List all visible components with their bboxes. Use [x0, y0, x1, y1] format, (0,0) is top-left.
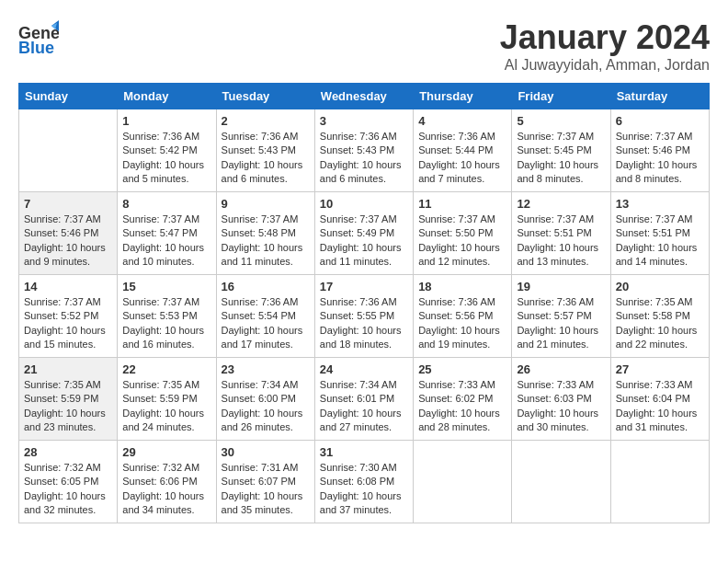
day-info: Sunrise: 7:37 AM Sunset: 5:45 PM Dayligh… — [517, 130, 605, 187]
calendar-cell — [19, 109, 118, 192]
day-number: 5 — [517, 114, 605, 128]
day-number: 7 — [24, 197, 112, 211]
calendar-cell: 14Sunrise: 7:37 AM Sunset: 5:52 PM Dayli… — [19, 275, 118, 358]
calendar-cell: 16Sunrise: 7:36 AM Sunset: 5:54 PM Dayli… — [216, 275, 314, 358]
day-info: Sunrise: 7:34 AM Sunset: 6:00 PM Dayligh… — [222, 378, 310, 435]
calendar-cell: 19Sunrise: 7:36 AM Sunset: 5:57 PM Dayli… — [512, 275, 610, 358]
calendar-cell — [414, 441, 512, 523]
day-info: Sunrise: 7:34 AM Sunset: 6:01 PM Dayligh… — [320, 378, 408, 435]
day-info: Sunrise: 7:36 AM Sunset: 5:43 PM Dayligh… — [222, 130, 310, 187]
day-number: 11 — [418, 197, 506, 211]
day-number: 2 — [222, 114, 310, 128]
calendar-cell: 28Sunrise: 7:32 AM Sunset: 6:05 PM Dayli… — [19, 441, 118, 523]
day-info: Sunrise: 7:37 AM Sunset: 5:51 PM Dayligh… — [616, 213, 704, 270]
day-info: Sunrise: 7:30 AM Sunset: 6:08 PM Dayligh… — [320, 461, 408, 518]
day-info: Sunrise: 7:37 AM Sunset: 5:52 PM Dayligh… — [24, 295, 112, 352]
day-number: 22 — [122, 362, 210, 376]
day-number: 23 — [222, 362, 310, 376]
week-row-5: 28Sunrise: 7:32 AM Sunset: 6:05 PM Dayli… — [19, 441, 710, 523]
calendar-cell: 7Sunrise: 7:37 AM Sunset: 5:46 PM Daylig… — [19, 192, 118, 275]
calendar-cell: 24Sunrise: 7:34 AM Sunset: 6:01 PM Dayli… — [314, 358, 413, 441]
day-info: Sunrise: 7:36 AM Sunset: 5:42 PM Dayligh… — [122, 130, 210, 187]
day-header-sunday: Sunday — [19, 84, 118, 109]
calendar-cell — [512, 441, 610, 523]
week-row-3: 14Sunrise: 7:37 AM Sunset: 5:52 PM Dayli… — [19, 275, 710, 358]
calendar-cell: 6Sunrise: 7:37 AM Sunset: 5:46 PM Daylig… — [610, 109, 709, 192]
day-info: Sunrise: 7:37 AM Sunset: 5:46 PM Dayligh… — [616, 130, 704, 187]
day-number: 25 — [418, 362, 506, 376]
day-number: 3 — [320, 114, 408, 128]
day-info: Sunrise: 7:31 AM Sunset: 6:07 PM Dayligh… — [222, 461, 310, 518]
calendar-header-row: SundayMondayTuesdayWednesdayThursdayFrid… — [19, 84, 710, 109]
day-info: Sunrise: 7:36 AM Sunset: 5:44 PM Dayligh… — [418, 130, 506, 187]
day-number: 29 — [122, 445, 210, 459]
calendar-cell: 4Sunrise: 7:36 AM Sunset: 5:44 PM Daylig… — [414, 109, 512, 192]
location: Al Juwayyidah, Amman, Jordan — [500, 57, 710, 74]
day-info: Sunrise: 7:33 AM Sunset: 6:02 PM Dayligh… — [418, 378, 506, 435]
day-info: Sunrise: 7:32 AM Sunset: 6:05 PM Dayligh… — [24, 461, 112, 518]
calendar-cell: 11Sunrise: 7:37 AM Sunset: 5:50 PM Dayli… — [414, 192, 512, 275]
day-info: Sunrise: 7:37 AM Sunset: 5:51 PM Dayligh… — [517, 213, 605, 270]
day-info: Sunrise: 7:37 AM Sunset: 5:53 PM Dayligh… — [122, 295, 210, 352]
calendar-cell: 10Sunrise: 7:37 AM Sunset: 5:49 PM Dayli… — [314, 192, 413, 275]
day-info: Sunrise: 7:35 AM Sunset: 5:59 PM Dayligh… — [122, 378, 210, 435]
calendar-cell: 21Sunrise: 7:35 AM Sunset: 5:59 PM Dayli… — [19, 358, 118, 441]
calendar-cell: 9Sunrise: 7:37 AM Sunset: 5:48 PM Daylig… — [216, 192, 314, 275]
day-info: Sunrise: 7:36 AM Sunset: 5:57 PM Dayligh… — [517, 295, 605, 352]
calendar-cell: 27Sunrise: 7:33 AM Sunset: 6:04 PM Dayli… — [610, 358, 709, 441]
page-header: General Blue January 2024 Al Juwayyidah,… — [18, 18, 710, 74]
day-number: 13 — [616, 197, 704, 211]
calendar-cell: 17Sunrise: 7:36 AM Sunset: 5:55 PM Dayli… — [314, 275, 413, 358]
day-info: Sunrise: 7:36 AM Sunset: 5:43 PM Dayligh… — [320, 130, 408, 187]
day-info: Sunrise: 7:37 AM Sunset: 5:50 PM Dayligh… — [418, 213, 506, 270]
calendar-cell: 13Sunrise: 7:37 AM Sunset: 5:51 PM Dayli… — [610, 192, 709, 275]
day-number: 17 — [320, 280, 408, 293]
calendar-cell: 25Sunrise: 7:33 AM Sunset: 6:02 PM Dayli… — [414, 358, 512, 441]
day-header-tuesday: Tuesday — [216, 84, 314, 109]
day-info: Sunrise: 7:33 AM Sunset: 6:03 PM Dayligh… — [517, 378, 605, 435]
calendar-table: SundayMondayTuesdayWednesdayThursdayFrid… — [18, 83, 710, 523]
day-number: 15 — [122, 280, 210, 293]
day-number: 27 — [616, 362, 704, 376]
day-header-friday: Friday — [512, 84, 610, 109]
day-info: Sunrise: 7:35 AM Sunset: 5:58 PM Dayligh… — [616, 295, 704, 352]
calendar-cell: 18Sunrise: 7:36 AM Sunset: 5:56 PM Dayli… — [414, 275, 512, 358]
day-number: 6 — [616, 114, 704, 128]
day-number: 31 — [320, 445, 408, 459]
day-info: Sunrise: 7:33 AM Sunset: 6:04 PM Dayligh… — [616, 378, 704, 435]
day-info: Sunrise: 7:36 AM Sunset: 5:56 PM Dayligh… — [418, 295, 506, 352]
day-info: Sunrise: 7:37 AM Sunset: 5:49 PM Dayligh… — [320, 213, 408, 270]
calendar-cell: 22Sunrise: 7:35 AM Sunset: 5:59 PM Dayli… — [118, 358, 216, 441]
day-info: Sunrise: 7:35 AM Sunset: 5:59 PM Dayligh… — [24, 378, 112, 435]
calendar-cell: 5Sunrise: 7:37 AM Sunset: 5:45 PM Daylig… — [512, 109, 610, 192]
calendar-cell: 30Sunrise: 7:31 AM Sunset: 6:07 PM Dayli… — [216, 441, 314, 523]
day-number: 10 — [320, 197, 408, 211]
day-number: 24 — [320, 362, 408, 376]
week-row-4: 21Sunrise: 7:35 AM Sunset: 5:59 PM Dayli… — [19, 358, 710, 441]
day-number: 28 — [24, 445, 112, 459]
day-header-wednesday: Wednesday — [314, 84, 413, 109]
calendar-cell: 8Sunrise: 7:37 AM Sunset: 5:47 PM Daylig… — [118, 192, 216, 275]
calendar-cell: 26Sunrise: 7:33 AM Sunset: 6:03 PM Dayli… — [512, 358, 610, 441]
calendar-body: 1Sunrise: 7:36 AM Sunset: 5:42 PM Daylig… — [19, 109, 710, 523]
calendar-cell: 12Sunrise: 7:37 AM Sunset: 5:51 PM Dayli… — [512, 192, 610, 275]
day-number: 8 — [122, 197, 210, 211]
svg-text:Blue: Blue — [18, 39, 54, 57]
day-info: Sunrise: 7:37 AM Sunset: 5:46 PM Dayligh… — [24, 213, 112, 270]
day-info: Sunrise: 7:37 AM Sunset: 5:48 PM Dayligh… — [222, 213, 310, 270]
calendar-cell: 23Sunrise: 7:34 AM Sunset: 6:00 PM Dayli… — [216, 358, 314, 441]
logo: General Blue — [18, 18, 64, 63]
day-header-thursday: Thursday — [414, 84, 512, 109]
day-number: 26 — [517, 362, 605, 376]
day-number: 18 — [418, 280, 506, 293]
day-number: 1 — [122, 114, 210, 128]
day-info: Sunrise: 7:32 AM Sunset: 6:06 PM Dayligh… — [122, 461, 210, 518]
calendar-cell: 15Sunrise: 7:37 AM Sunset: 5:53 PM Dayli… — [118, 275, 216, 358]
day-header-monday: Monday — [118, 84, 216, 109]
logo-icon: General Blue — [18, 18, 59, 59]
day-number: 9 — [222, 197, 310, 211]
day-info: Sunrise: 7:37 AM Sunset: 5:47 PM Dayligh… — [122, 213, 210, 270]
day-number: 12 — [517, 197, 605, 211]
week-row-2: 7Sunrise: 7:37 AM Sunset: 5:46 PM Daylig… — [19, 192, 710, 275]
day-number: 19 — [517, 280, 605, 293]
